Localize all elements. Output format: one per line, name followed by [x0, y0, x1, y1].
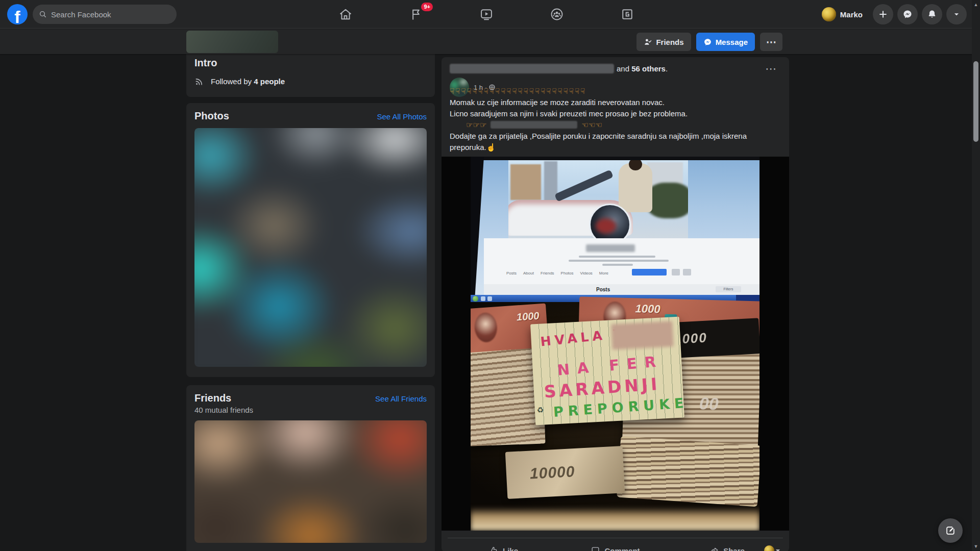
profile-name: Marko [840, 10, 863, 19]
pointing-left-emojis: ☜☜☜ [581, 120, 602, 129]
intro-title: Intro [194, 57, 427, 69]
facebook-profile-page: f 9+ Marko [0, 0, 980, 551]
bell-icon [927, 9, 937, 19]
photo-man-in-coat [619, 163, 652, 212]
messenger-icon [703, 38, 712, 46]
ellipsis-icon: ⋯ [765, 62, 777, 75]
scroll-up-arrow[interactable]: ▲ [973, 2, 978, 7]
account-menu-button[interactable] [946, 4, 967, 24]
facebook-f-glyph: f [14, 10, 20, 24]
profile-name-redacted [186, 31, 278, 53]
message-button-label: Message [716, 38, 748, 46]
profile-sticky-header: Friends Message ⋯ [0, 29, 972, 54]
post-line-3: Dodajte ga za prijatelja ,Posaljite poru… [450, 131, 781, 142]
flag-icon [409, 7, 423, 21]
photo-money-scene: SAMSUNG 1000 1000 1000 [471, 302, 760, 531]
post-text: ☟☟☟☟☟☟☟☟☟☟☟☟☟☟☟☟☟☟☟☟☟☟☟☟ Momak uz cije i… [450, 86, 781, 153]
post-line-1: Momak uz cije informacije se moze zaradi… [450, 97, 781, 108]
comment-as-avatar[interactable] [764, 545, 780, 551]
intro-card: Intro Followed by 4 people [186, 54, 435, 97]
nav-tab-gaming[interactable] [592, 0, 663, 28]
create-button[interactable] [873, 4, 893, 24]
photos-grid-blurred[interactable] [194, 128, 427, 367]
comment-button[interactable]: Comment [559, 541, 671, 551]
comment-icon [591, 546, 600, 551]
person-check-icon [644, 38, 652, 46]
user-avatar [822, 7, 836, 21]
post-photo[interactable]: PostsAboutFriendsPhotosVideosMore Posts … [471, 157, 760, 531]
nav-tab-watch[interactable] [451, 0, 522, 28]
post-line-4: preporuka.☝ [450, 142, 781, 153]
profile-more-button[interactable]: ⋯ [760, 33, 782, 51]
post-tag-line: ☞☞☞☜☜☜ [450, 119, 781, 131]
groups-icon [550, 7, 564, 21]
photo-profile-page: PostsAboutFriendsPhotosVideosMore [484, 238, 760, 284]
post-action-bar: Like Comment Share [448, 538, 783, 551]
search-input[interactable] [51, 10, 163, 19]
mutual-friends-count: 40 mutual friends [194, 406, 427, 414]
see-all-friends-link[interactable]: See All Friends [375, 394, 427, 403]
chevron-down-icon [776, 549, 780, 551]
see-all-photos-link[interactable]: See All Photos [377, 112, 427, 121]
photo-bottom-notes-blur [471, 507, 760, 531]
profile-actions: Friends Message ⋯ [636, 33, 782, 51]
context-text: and 56 others. [617, 64, 668, 73]
scroll-down-arrow[interactable]: ▼ [973, 544, 978, 549]
nav-tab-pages[interactable]: 9+ [381, 0, 451, 28]
photo-banknote-00: 00 [699, 393, 719, 414]
post-menu-button[interactable]: ⋯ [761, 60, 781, 78]
message-button[interactable]: Message [696, 33, 755, 51]
post-line-2: Licno saradjujem sa njim i svaki preuzet… [450, 108, 781, 119]
nav-tabs: 9+ [310, 0, 663, 28]
compose-icon [945, 525, 956, 536]
user-avatar-small [764, 545, 774, 551]
share-icon [709, 546, 719, 551]
note-redacted-patch [611, 321, 673, 349]
chevron-down-icon [953, 11, 960, 18]
tagged-name-redacted[interactable] [491, 121, 577, 129]
like-label: Like [503, 546, 518, 551]
notifications-button[interactable] [922, 4, 942, 24]
facebook-logo[interactable]: f [7, 4, 28, 24]
pointing-right-emojis: ☞☞☞ [466, 120, 486, 129]
profile-chip[interactable]: Marko [820, 5, 867, 23]
photo-add-friend-button [632, 269, 667, 276]
comment-label: Comment [604, 546, 640, 551]
friends-button-label: Friends [656, 38, 683, 46]
search-icon [39, 10, 47, 18]
followed-by-text: Followed by 4 people [211, 77, 285, 86]
followed-by-row: Followed by 4 people [194, 76, 427, 86]
friends-card: Friends See All Friends 40 mutual friend… [186, 385, 435, 551]
photo-handwritten-note: HVALA TI NA FER SARADNJI PREPORUKE ♻ [530, 316, 684, 425]
like-icon [489, 546, 499, 551]
friends-grid-blurred[interactable] [194, 420, 427, 543]
photo-name-redacted [586, 244, 635, 252]
home-icon [338, 7, 353, 21]
photos-card: Photos See All Photos [186, 103, 435, 377]
nav-tab-home[interactable] [310, 0, 381, 28]
thumb-up-emoji: ☝ [486, 143, 496, 152]
search-bar[interactable] [33, 5, 177, 24]
messenger-icon [902, 9, 913, 19]
friends-button[interactable]: Friends [636, 33, 691, 51]
recycle-icon: ♻ [536, 406, 544, 415]
followed-count: 4 people [254, 77, 285, 86]
post: and 56 others. ⋯ 1 h · ☟☟☟☟☟☟☟☟☟☟☟☟☟☟☟☟☟… [442, 57, 789, 551]
ellipsis-icon: ⋯ [766, 36, 776, 48]
notification-badge: 9+ [421, 3, 433, 11]
nav-right-cluster: Marko [820, 4, 967, 24]
pointing-down-emoji-row: ☟☟☟☟☟☟☟☟☟☟☟☟☟☟☟☟☟☟☟☟☟☟☟☟ [450, 86, 781, 97]
nav-tab-groups[interactable] [522, 0, 592, 28]
context-others-count: 56 others [631, 64, 666, 73]
messenger-button[interactable] [897, 4, 918, 24]
post-context-row: and 56 others. [450, 64, 668, 73]
compose-fab-button[interactable] [938, 518, 963, 543]
scrollbar-thumb[interactable] [973, 61, 978, 142]
plus-icon [878, 9, 888, 19]
page-scrollbar: ▲ ▼ [972, 0, 980, 551]
photo-banknote-10000: 10000 [505, 446, 625, 499]
top-navigation-bar: f 9+ Marko [0, 0, 980, 29]
like-button[interactable]: Like [448, 541, 559, 551]
photo-profile-tabs: PostsAboutFriendsPhotosVideosMore [506, 271, 608, 276]
context-names-redacted [450, 64, 614, 73]
